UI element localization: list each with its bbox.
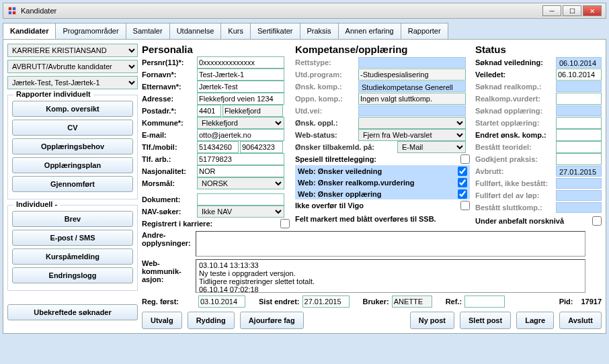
ajourfore-fag-button[interactable]: Ajourføre fag — [240, 312, 304, 329]
select-status-filter[interactable]: AVBRUTT/Avbrutte kandidater — [7, 60, 138, 73]
postadr-label: Postadr.*: — [142, 107, 196, 115]
bestatt-teori-input[interactable] — [556, 141, 602, 153]
postnr-input[interactable] — [197, 105, 221, 117]
web-opplaering-checkbox[interactable] — [458, 189, 467, 199]
endringslogg-button[interactable]: Endringslogg — [12, 267, 133, 283]
web-label2: kommunik- — [142, 267, 196, 275]
app-icon — [7, 6, 17, 15]
fullfort-del-value — [556, 190, 602, 201]
email-input[interactable] — [197, 129, 284, 141]
fornavn-input[interactable] — [197, 69, 284, 81]
svg-rect-0 — [9, 7, 11, 10]
sist-endret-input[interactable] — [302, 295, 350, 308]
realkomp-vurdert-label: Realkomp.vurdert: — [475, 95, 555, 103]
startet-label: Startet opplæring: — [475, 119, 555, 127]
report-group-title: Rapporter individuelt — [13, 90, 93, 98]
tlf-input[interactable] — [197, 141, 239, 153]
utdvei-label: Utd.vei: — [295, 107, 357, 115]
maximize-button[interactable]: ☐ — [563, 5, 581, 16]
ubekreftede-soknader-button[interactable]: Ubekreftede søknader — [7, 304, 138, 320]
endret-onsk-input[interactable] — [556, 129, 602, 141]
dokument-label: Dokument: — [142, 195, 196, 203]
andre-opplysninger-textarea[interactable] — [196, 231, 585, 257]
close-button[interactable]: ✕ — [583, 5, 602, 16]
reg-forst-label: Reg. først: — [142, 298, 196, 306]
tab-utdannelse[interactable]: Utdannelse — [169, 23, 222, 39]
window-titlebar: Kandidater ─ ☐ ✕ — [3, 3, 606, 19]
webstatus-label: Web-status: — [295, 131, 357, 139]
onsktil-select[interactable]: E-Mail — [397, 141, 466, 153]
ny-post-button[interactable]: Ny post — [410, 312, 454, 329]
nasjonalitet-input[interactable] — [197, 165, 284, 177]
web-label3: asjon: — [142, 275, 196, 283]
nasjonalitet-label: Nasjonalitet: — [142, 167, 196, 175]
utvalg-button[interactable]: Utvalg — [142, 312, 182, 329]
tab-kurs[interactable]: Kurs — [220, 23, 251, 39]
ikke-vigo-checkbox[interactable] — [460, 201, 470, 210]
avbrutt-label: Avbrutt: — [475, 167, 555, 175]
persnr-input[interactable] — [197, 56, 284, 69]
web-opplaering-row: Web: Ønsker opplæring — [295, 188, 470, 199]
email-label: E-mail: — [142, 131, 196, 139]
soknad-oppl-label: Søknad opplæring: — [475, 107, 555, 115]
under-norsk-checkbox[interactable] — [592, 216, 602, 226]
gjennomfort-button[interactable]: Gjennomført — [12, 176, 133, 192]
nav-select[interactable]: Ikke NAV — [197, 206, 284, 218]
poststed-input — [222, 105, 283, 117]
startet-input[interactable] — [556, 117, 602, 129]
select-candidate[interactable]: Jærtek-Test, Test-Jærtek-1 — [7, 76, 138, 89]
opplaeringsplan-button[interactable]: Opplæringsplan — [12, 157, 133, 173]
morsmal-select[interactable]: NORSK — [197, 177, 284, 189]
svg-rect-2 — [9, 11, 11, 14]
web-veiledning-checkbox[interactable] — [458, 167, 467, 176]
svg-rect-1 — [13, 7, 15, 10]
epost-sms-button[interactable]: E-post / SMS — [12, 230, 133, 246]
web-label1: Web- — [142, 259, 196, 267]
rydding-button[interactable]: Rydding — [188, 312, 235, 329]
soknad-real-value — [556, 81, 602, 92]
under-norsk-label: Under anbefalt norsknivå — [475, 217, 591, 225]
fornavn-label: Fornavn*: — [142, 71, 196, 79]
personalia-heading: Personalia — [142, 44, 290, 56]
opplaeringsbehov-button[interactable]: Opplæringsbehov — [12, 138, 133, 154]
utdprogram-label: Utd.program: — [295, 71, 357, 79]
webstatus-select[interactable]: Fjern fra Web-varslet — [358, 129, 466, 141]
kurspamelding-button[interactable]: Kurspåmelding — [12, 248, 133, 265]
web-kommunikasjon-textarea[interactable]: 03.10.14 13:13:33 Ny teste i oppgradert … — [196, 259, 585, 293]
kommune-select[interactable]: Flekkefjord — [197, 117, 284, 129]
cv-button[interactable]: CV — [12, 120, 133, 136]
reg-karriere-checkbox[interactable] — [280, 219, 290, 228]
ref-input[interactable] — [464, 295, 505, 308]
tab-rapporter[interactable]: Rapporter — [401, 23, 448, 39]
web-realkomp-checkbox[interactable] — [458, 178, 467, 187]
adresse-input[interactable] — [197, 93, 284, 105]
dokument-input[interactable] — [197, 193, 284, 206]
brev-button[interactable]: Brev — [12, 211, 133, 227]
slett-post-button[interactable]: Slett post — [460, 312, 511, 329]
reg-forst-input[interactable] — [198, 295, 245, 308]
realkomp-vurdert-input[interactable] — [556, 93, 602, 105]
lagre-button[interactable]: Lagre — [516, 312, 554, 329]
etternavn-input[interactable] — [197, 81, 284, 93]
tab-programomrader[interactable]: Programområder — [55, 23, 126, 39]
veiledet-input[interactable] — [556, 69, 602, 81]
spesiell-checkbox[interactable] — [460, 154, 470, 164]
minimize-button[interactable]: ─ — [542, 5, 561, 16]
tab-samtaler[interactable]: Samtaler — [126, 23, 170, 39]
godkj-praksis-label: Godkjent praksis: — [475, 155, 555, 163]
morsmal-label: Morsmål: — [142, 179, 196, 187]
tab-praksis[interactable]: Praksis — [300, 23, 339, 39]
avslutt-button[interactable]: Avslutt — [559, 312, 602, 329]
bestatt-teori-label: Bestått teoridel: — [475, 143, 555, 151]
tab-annen-erfaring[interactable]: Annen erfaring — [338, 23, 401, 39]
mobil-input[interactable] — [240, 141, 283, 153]
komp-oversikt-button[interactable]: Komp. oversikt — [12, 101, 133, 117]
tlfarb-input[interactable] — [197, 153, 284, 165]
onskoppl-select[interactable] — [358, 117, 466, 129]
tab-sertifikater[interactable]: Sertifikater — [250, 23, 300, 39]
tab-kandidater[interactable]: Kandidater — [3, 23, 56, 39]
select-org[interactable]: KARRIERE KRISTIANSAND — [7, 44, 138, 57]
spesiell-label: Spesiell tilrettelegging: — [295, 155, 459, 163]
persnr-label: Persnr(11)*: — [142, 58, 196, 66]
godkj-praksis-input[interactable] — [556, 153, 602, 165]
